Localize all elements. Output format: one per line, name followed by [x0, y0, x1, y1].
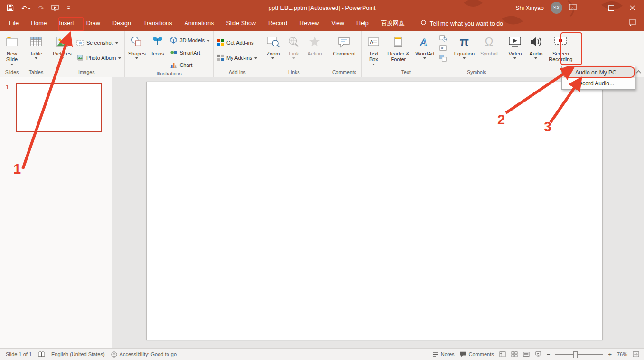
icons-icon — [151, 34, 164, 49]
chart-button[interactable]: Chart — [168, 59, 212, 70]
tab-transitions[interactable]: Transitions — [137, 16, 178, 31]
feedback-button[interactable] — [629, 19, 636, 28]
reading-view-button[interactable] — [523, 351, 530, 357]
chevron-down-icon — [135, 57, 138, 59]
redo-button[interactable]: ↷ — [38, 5, 44, 11]
date-time-button[interactable] — [438, 34, 448, 42]
slide-canvas[interactable] — [146, 82, 603, 340]
editing-canvas — [112, 77, 644, 349]
pictures-button[interactable]: Pictures — [50, 33, 75, 59]
proofing-button[interactable] — [38, 351, 45, 358]
screenshot-button[interactable]: Screenshot — [75, 37, 123, 48]
accessibility-button[interactable]: Accessibility: Good to go — [111, 351, 177, 358]
shapes-button[interactable]: Shapes — [126, 33, 147, 59]
record-audio-icon — [565, 80, 572, 87]
header-footer-button[interactable]: Header & Footer — [384, 33, 412, 63]
new-slide-button[interactable]: New Slide — [1, 33, 22, 65]
table-button[interactable]: Table — [26, 33, 47, 59]
zoom-slider-thumb[interactable] — [573, 351, 578, 358]
slide-show-view-button[interactable] — [535, 351, 541, 357]
language-button[interactable]: English (United States) — [51, 351, 105, 357]
audio-on-pc-label: Audio on My PC… — [575, 69, 622, 76]
group-label-illustrations: Illustrations — [126, 70, 212, 78]
zoom-out-button[interactable]: − — [547, 351, 551, 358]
powerpoint-window: ↶ ↷ pptFEBE.pptm [Autosaved] - PowerPoin… — [0, 0, 644, 360]
avatar[interactable]: SX — [551, 2, 562, 14]
text-box-button[interactable]: A Text Box — [363, 33, 384, 65]
save-button[interactable] — [7, 4, 14, 11]
notes-button[interactable]: Notes — [432, 351, 455, 357]
collapse-ribbon-button[interactable] — [636, 67, 641, 75]
smartart-label: SmartArt — [179, 50, 200, 55]
link-button[interactable]: Link — [283, 33, 304, 59]
tab-review[interactable]: Review — [293, 16, 325, 31]
ribbon-display-options-button[interactable] — [569, 4, 577, 12]
comment-button[interactable]: Comment — [328, 33, 360, 56]
undo-icon: ↶ — [21, 5, 27, 11]
maximize-icon — [608, 5, 614, 11]
zoom-in-button[interactable]: + — [608, 351, 612, 358]
slide-number-button[interactable]: # — [438, 44, 448, 52]
tab-record[interactable]: Record — [262, 16, 293, 31]
menu-item-audio-on-my-pc[interactable]: Audio on My PC… — [562, 67, 635, 78]
maximize-button[interactable] — [604, 0, 618, 16]
tab-help[interactable]: Help — [350, 16, 375, 31]
photo-album-button[interactable]: Photo Album — [75, 52, 123, 63]
symbol-button[interactable]: Ω Symbol — [476, 33, 501, 56]
action-label: Action — [308, 51, 322, 56]
tab-baidu-netdisk[interactable]: 百度网盘 — [375, 16, 411, 31]
video-label: Video — [508, 51, 522, 56]
audio-button[interactable]: Audio — [525, 33, 546, 59]
close-icon — [630, 5, 635, 10]
equation-button[interactable]: π Equation — [452, 33, 476, 59]
action-button[interactable]: Action — [304, 33, 325, 56]
group-label-images: Images — [50, 69, 123, 77]
comments-button[interactable]: Comments — [460, 351, 494, 357]
object-button[interactable] — [438, 54, 448, 62]
menu-item-record-audio[interactable]: Record Audio... — [562, 78, 635, 89]
tab-slide-show[interactable]: Slide Show — [220, 16, 262, 31]
tab-file[interactable]: File — [3, 16, 25, 31]
zoom-level[interactable]: 76% — [617, 351, 627, 357]
fit-to-window-button[interactable] — [633, 351, 639, 357]
tab-animations[interactable]: Animations — [178, 16, 220, 31]
get-addins-button[interactable]: Get Add-ins — [215, 37, 259, 48]
normal-view-button[interactable] — [499, 351, 506, 357]
3d-models-button[interactable]: 3D Models — [168, 35, 212, 46]
comments-label: Comments — [469, 351, 494, 357]
smartart-button[interactable]: SmartArt — [168, 47, 212, 58]
date-time-icon — [439, 35, 447, 42]
close-button[interactable] — [625, 0, 639, 16]
slide-thumbnail[interactable] — [16, 83, 102, 132]
tell-me-label: Tell me what you want to do — [430, 20, 503, 27]
zoom-button[interactable]: Zoom — [262, 33, 283, 59]
video-button[interactable]: Video — [504, 33, 525, 59]
tell-me-box[interactable]: Tell me what you want to do — [420, 20, 503, 27]
wordart-button[interactable]: A WordArt — [412, 33, 437, 59]
notes-icon — [432, 352, 439, 357]
screen-recording-button[interactable]: Screen Recording — [546, 33, 575, 63]
tab-draw[interactable]: Draw — [80, 16, 106, 31]
screenshot-label: Screenshot — [86, 40, 113, 46]
notes-label: Notes — [441, 351, 455, 357]
smartart-icon — [170, 49, 177, 56]
tab-home[interactable]: Home — [25, 16, 53, 31]
undo-button[interactable]: ↶ — [21, 5, 31, 11]
svg-text:A: A — [370, 39, 373, 45]
zoom-slider[interactable] — [555, 354, 603, 355]
save-icon — [7, 4, 14, 11]
tab-design[interactable]: Design — [106, 16, 137, 31]
tab-view[interactable]: View — [325, 16, 350, 31]
my-addins-button[interactable]: My Add-ins — [215, 52, 259, 63]
customize-qat-button[interactable] — [66, 6, 71, 10]
audio-icon — [529, 34, 543, 49]
start-slideshow-button[interactable] — [51, 5, 59, 11]
comments-icon — [460, 351, 467, 357]
slide-sorter-view-button[interactable] — [511, 351, 518, 357]
tab-insert[interactable]: Insert — [53, 16, 80, 31]
ribbon-tabs: File Home Insert Draw Design Transitions… — [0, 16, 644, 31]
minimize-button[interactable] — [583, 0, 597, 16]
icons-button[interactable]: Icons — [147, 33, 168, 56]
user-name[interactable]: Shi Xinyao — [515, 5, 544, 11]
ribbon-group-text: A Text Box Header & Footer A WordArt — [362, 31, 450, 77]
